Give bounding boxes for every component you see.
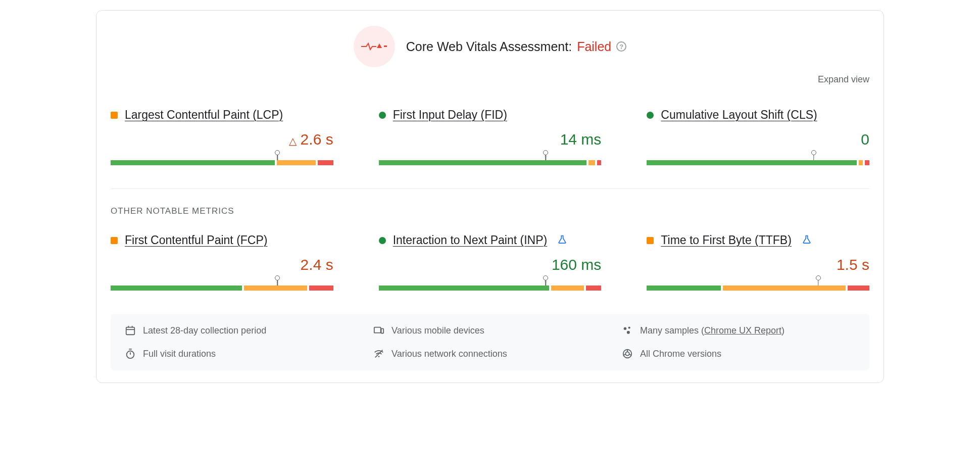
assessment-title-prefix: Core Web Vitals Assessment: [406, 39, 572, 54]
metric-head: First Input Delay (FID) [379, 108, 602, 122]
svg-point-9 [628, 326, 630, 328]
footer-collection-period: Latest 28-day collection period [125, 325, 358, 336]
expand-row: Expand view [111, 74, 869, 85]
metric-head: Largest Contentful Paint (LCP) [111, 108, 333, 122]
distribution-bar [111, 155, 333, 165]
svg-point-14 [378, 356, 380, 357]
metric-value: 1.5 s [837, 256, 869, 273]
status-square-icon [111, 237, 118, 244]
metric-name-link[interactable]: Interaction to Next Paint (INP) [393, 233, 548, 247]
help-icon[interactable]: ? [616, 41, 626, 52]
percentile-marker [543, 275, 548, 280]
bar-segment-red [586, 286, 601, 291]
metric-fid: First Input Delay (FID)14 ms [379, 108, 602, 165]
expand-view-button[interactable]: Expand view [818, 74, 869, 85]
metric-cls: Cumulative Layout Shift (CLS)0 [647, 108, 869, 165]
metric-value-row: 1.5 s [647, 256, 869, 273]
stopwatch-icon [125, 348, 136, 359]
percentile-marker [543, 150, 548, 155]
footer-collection-text: Latest 28-day collection period [143, 325, 266, 336]
percentile-marker [811, 150, 816, 155]
chrome-ux-report-link[interactable]: Chrome UX Report [704, 325, 781, 336]
metric-name-link[interactable]: Largest Contentful Paint (LCP) [125, 108, 283, 122]
other-metrics-grid: First Contentful Paint (FCP)2.4 sInterac… [111, 233, 869, 291]
percentile-marker [816, 275, 821, 280]
footer-chrome: All Chrome versions [622, 348, 855, 359]
experimental-flask-icon [802, 234, 812, 247]
bar-segment-green [647, 160, 856, 165]
distribution-bar [379, 280, 602, 291]
metric-value-row: 2.4 s [111, 256, 333, 273]
bar-segment-green [379, 286, 549, 291]
footer-durations: Full visit durations [125, 348, 358, 359]
core-metrics-grid: Largest Contentful Paint (LCP)△2.6 sFirs… [111, 108, 869, 165]
svg-point-11 [127, 351, 134, 359]
distribution-bar [111, 280, 333, 291]
svg-rect-1 [384, 45, 387, 47]
svg-rect-2 [126, 327, 135, 335]
metric-name-link[interactable]: Cumulative Layout Shift (CLS) [661, 108, 817, 122]
assessment-header: Core Web Vitals Assessment: Failed ? [111, 26, 869, 67]
metric-inp: Interaction to Next Paint (INP)160 ms [379, 233, 602, 291]
percentile-marker [275, 150, 280, 155]
section-divider [111, 188, 869, 189]
metric-value: 14 ms [560, 131, 602, 148]
metric-name-link[interactable]: First Input Delay (FID) [393, 108, 507, 122]
context-footer: Latest 28-day collection period Various … [111, 314, 869, 370]
metric-ttfb: Time to First Byte (TTFB)1.5 s [647, 233, 869, 291]
metric-lcp: Largest Contentful Paint (LCP)△2.6 s [111, 108, 333, 165]
footer-network-text: Various network connections [391, 349, 507, 359]
footer-durations-text: Full visit durations [143, 349, 216, 359]
distribution-bar [647, 155, 869, 165]
footer-samples: Many samples (Chrome UX Report) [622, 325, 855, 336]
metric-name-link[interactable]: First Contentful Paint (FCP) [125, 233, 267, 247]
samples-icon [622, 325, 633, 336]
svg-rect-7 [381, 328, 384, 333]
svg-rect-6 [374, 327, 381, 333]
percentile-marker [275, 275, 280, 280]
status-circle-icon [379, 112, 386, 119]
experimental-flask-icon [557, 234, 567, 247]
distribution-bar [379, 155, 602, 165]
bar-segment-orange [551, 286, 584, 291]
status-square-icon [647, 237, 654, 244]
chrome-icon [622, 348, 633, 359]
vitals-status-icon [354, 26, 395, 67]
metric-head: Interaction to Next Paint (INP) [379, 233, 602, 247]
devices-icon [373, 325, 384, 336]
bar-segment-orange [277, 160, 316, 165]
footer-network: Various network connections [373, 348, 607, 359]
warning-triangle-icon: △ [289, 135, 297, 147]
status-circle-icon [379, 237, 386, 244]
metric-value-row: 14 ms [379, 131, 602, 148]
bar-segment-orange [723, 286, 845, 291]
bar-segment-orange [244, 286, 307, 291]
bar-segment-green [379, 160, 586, 165]
svg-point-17 [625, 352, 629, 355]
bar-segment-red [848, 286, 869, 291]
svg-marker-0 [377, 43, 382, 48]
metric-name-link[interactable]: Time to First Byte (TTFB) [661, 233, 792, 247]
assessment-title: Core Web Vitals Assessment: Failed ? [406, 39, 626, 54]
footer-samples-text: Many samples (Chrome UX Report) [640, 325, 785, 336]
bar-segment-red [318, 160, 333, 165]
bar-segment-orange [859, 160, 863, 165]
other-metrics-heading: OTHER NOTABLE METRICS [111, 206, 869, 216]
bar-segment-orange [589, 160, 595, 165]
metric-value: 2.6 s [301, 131, 333, 148]
status-square-icon [111, 112, 118, 119]
metric-value: 160 ms [552, 256, 601, 273]
metric-head: Cumulative Layout Shift (CLS) [647, 108, 869, 122]
bar-segment-red [865, 160, 869, 165]
metric-head: First Contentful Paint (FCP) [111, 233, 333, 247]
footer-devices: Various mobile devices [373, 325, 607, 336]
metric-fcp: First Contentful Paint (FCP)2.4 s [111, 233, 333, 291]
bar-segment-green [647, 286, 721, 291]
metric-head: Time to First Byte (TTFB) [647, 233, 869, 247]
metric-value-row: 0 [647, 131, 869, 148]
metric-value: 2.4 s [301, 256, 333, 273]
metric-value-row: 160 ms [379, 256, 602, 273]
calendar-icon [125, 325, 136, 336]
bar-segment-green [111, 160, 275, 165]
distribution-bar [647, 280, 869, 291]
